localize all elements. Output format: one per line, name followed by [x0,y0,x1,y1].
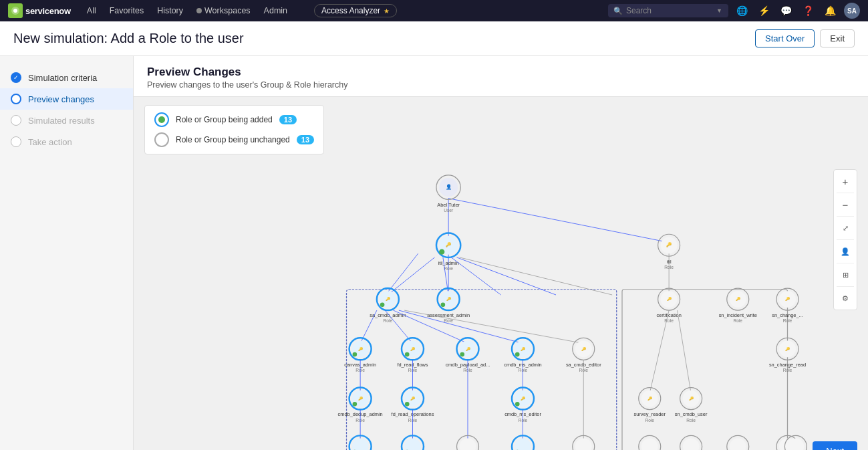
zoom-controls: + − ⤢ 👤 ⊞ ⚙ [833,169,857,310]
node-sa-cmdb-admin[interactable]: 🔑 sa_cmdb_admin Role [370,288,406,323]
svg-text:🔑: 🔑 [521,396,526,401]
access-analyzer-pill[interactable]: Access Analyzer ★ [314,4,397,17]
main-layout: ✓ Simulation criteria Preview changes Si… [0,56,868,450]
svg-point-32 [380,303,385,308]
svg-text:👤: 👤 [446,184,452,190]
graph-svg: 👤 Abel Tuter User 🔑 itil_admin Role [134,162,868,450]
svg-text:Role: Role [444,266,453,271]
start-over-button[interactable]: Start Over [755,29,815,47]
header-buttons: Start Over Exit [755,29,855,47]
preview-title: Preview Changes [147,66,855,79]
sidebar: ✓ Simulation criteria Preview changes Si… [0,56,134,450]
nav-all[interactable]: All [82,3,102,18]
preview-header: Preview Changes Preview changes to the u… [134,56,868,97]
svg-text:🔑: 🔑 [581,346,587,352]
svg-text:🔑: 🔑 [521,346,526,352]
hierarchy-button[interactable]: ⚙ [837,290,854,307]
svg-text:survey_reader: survey_reader [634,412,666,418]
svg-text:User: User [444,208,454,213]
svg-point-1 [13,9,17,13]
svg-text:sn_cmdb_user: sn_cmdb_user [675,412,708,418]
logo-icon [8,3,23,18]
svg-point-103 [353,402,357,407]
svg-line-61 [404,310,583,343]
globe-icon[interactable]: 🌐 [734,4,750,17]
svg-line-3 [448,199,669,243]
svg-line-4 [388,253,418,292]
node-abel-tuter[interactable]: 👤 Abel Tuter User [436,175,460,213]
sidebar-item-preview-changes[interactable]: Preview changes [0,88,133,110]
legend-item-unchanged: Role or Group being unchanged 13 [154,132,314,147]
nav-links: All Favorites History Workspaces Admin [82,3,293,18]
nav-history[interactable]: History [152,3,188,18]
nav-admin[interactable]: Admin [259,3,293,18]
zoom-divider-5 [837,286,854,287]
nav-workspaces[interactable]: Workspaces [191,3,256,18]
svg-text:Role: Role [783,318,792,323]
node-sn-change-read[interactable]: 🔑 sn_change_read Role [769,338,806,372]
svg-text:🔑: 🔑 [666,241,672,247]
search-dropdown-icon[interactable]: ▼ [716,7,722,14]
fit-button[interactable]: ⤢ [837,219,854,237]
node-assessment-admin[interactable]: 🔑 assessment_admin Role [427,288,470,323]
node-sn-change[interactable]: 🔑 sn_change_... Role [772,288,803,323]
layers-button[interactable]: ⊞ [837,266,854,284]
svg-point-64 [353,352,357,357]
svg-text:🔑: 🔑 [446,296,452,302]
search-input[interactable] [626,6,713,15]
zoom-divider-2 [837,216,854,217]
node-itil[interactable]: 🔑 itil Role [658,234,680,269]
node-sn-incident-write[interactable]: 🔑 sn_incident_write Role [719,288,757,323]
nav-favorites[interactable]: Favorites [104,3,149,18]
person-button[interactable]: 👤 [837,243,854,260]
legend-unchanged-label: Role or Group being unchanged [176,135,290,144]
svg-point-70 [405,352,410,357]
search-bar[interactable]: 🔍 ▼ [608,4,728,17]
node-sn-cmdb-user[interactable]: 🔑 sn_cmdb_user Role [675,388,708,423]
node-survey-reader[interactable]: 🔑 survey_reader Role [634,388,666,423]
node-bottom-7[interactable] [680,435,702,450]
svg-point-138 [404,439,421,451]
chat-icon[interactable]: 💬 [778,4,794,17]
logo[interactable]: servicenow [8,3,71,18]
node-bottom-8[interactable] [727,435,749,450]
node-bottom-6[interactable] [639,435,661,450]
page-title: New simulation: Add a Role to the user [13,31,244,46]
svg-text:Role: Role [733,318,742,323]
svg-point-38 [441,303,446,308]
legend-added-label: Role or Group being added [176,115,273,124]
svg-text:Abel Tuter: Abel Tuter [437,202,460,208]
help-icon[interactable]: ❓ [800,4,817,17]
step-inactive-indicator-1 [11,115,21,126]
svg-text:🔑: 🔑 [386,296,391,302]
node-itil-admin[interactable]: 🔑 itil_admin Role [436,233,460,271]
bell-icon[interactable]: 🔔 [822,4,839,17]
content-area: Preview Changes Preview changes to the u… [134,56,868,450]
svg-point-109 [405,402,410,407]
search-icon: 🔍 [613,7,623,15]
svg-point-16 [439,249,444,255]
nav-right: 🔍 ▼ 🌐 ⚡ 💬 ❓ 🔔 SA [608,3,860,19]
svg-line-99 [649,310,669,393]
svg-text:🔑: 🔑 [667,296,672,302]
svg-text:🔑: 🔑 [736,296,741,302]
zoom-divider-4 [837,263,854,263]
zoom-out-button[interactable]: − [837,196,854,213]
logo-text: servicenow [25,6,71,16]
avatar[interactable]: SA [844,3,860,19]
sidebar-label-take-action: Take action [28,137,72,147]
sidebar-item-simulated-results: Simulated results [0,110,133,131]
preview-subtitle: Preview changes to the user's Group & Ro… [147,80,855,90]
zoom-in-button[interactable]: + [837,173,854,190]
legend-item-added: Role or Group being added 13 [154,112,314,127]
sidebar-item-simulation-criteria[interactable]: ✓ Simulation criteria [0,67,133,88]
svg-point-148 [641,439,658,451]
next-button[interactable]: Next [813,441,857,450]
node-certification[interactable]: 🔑 certification Role [656,288,681,323]
svg-text:🔑: 🔑 [785,346,790,352]
svg-text:assessment_admin: assessment_admin [427,312,470,318]
graph-area: 👤 Abel Tuter User 🔑 itil_admin Role [134,162,868,450]
svg-point-143 [515,439,531,451]
lightning-icon[interactable]: ⚡ [756,4,772,17]
exit-button[interactable]: Exit [820,29,855,47]
